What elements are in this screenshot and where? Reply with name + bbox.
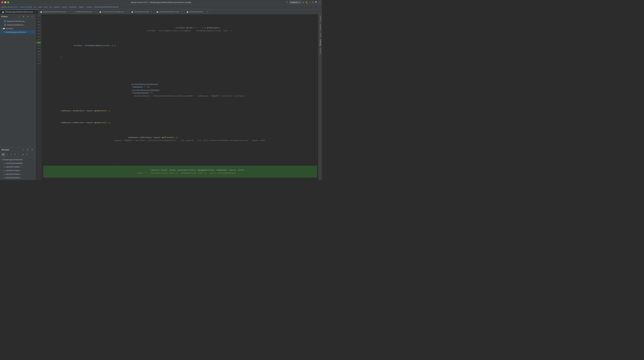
tab-close-icon[interactable]: ✕ [68,11,69,13]
tab-nearestconflict[interactable]: ☕ NearestConflictResolver.java ✕ [38,10,72,14]
java-file-icon: ☕ [99,11,101,13]
title-bar: apache-maven-3.6.3 – DefaultLegacyArtifa… [0,0,322,5]
tab-defaultlegacy[interactable]: ☕ DefaultLegacyArtifactCollector.java ✕ [0,10,38,14]
localhost-label: localhost [290,1,298,3]
structure-tool4[interactable]: P [13,153,17,156]
structure-settings[interactable]: ⚙ [30,148,34,152]
sidebar-settings-icon[interactable]: ⚙ [26,15,30,18]
java-file-icon: ☕ [2,11,4,13]
code-text-area[interactable]: + artifact.getId() + ": " + e.getMessage… [42,14,318,180]
sidebar-close-icon[interactable]: ✕ [30,15,34,18]
tab-close-icon[interactable]: ✕ [126,11,127,13]
sidebar-tree: 🔵 NewestConflictResolv... 🔵 OldestConfli… [0,19,35,147]
breadcrumb: apache-maven-3.6.3 › maven-compat › src … [0,5,322,9]
code-line-598: } [43,56,317,59]
code-line-604 [43,154,317,157]
structure-tool3[interactable]: ● [9,153,13,156]
project-sidebar: Project ≡ ⊞ ⚙ ✕ 🔵 NewestConflictResolv..… [0,14,36,180]
structure-item-checkscopeupdate[interactable]: m checkScopeUpdate(Re... [0,161,35,165]
sidebar-item-transform[interactable]: ▶ 📁 transform [0,27,35,30]
right-tab-maven[interactable]: Maven [319,32,322,38]
tab-defaultprojectbu[interactable]: ☕ DefaultProjectBu... ✕ [184,10,210,14]
tab-close-icon[interactable]: ✕ [151,11,152,13]
traffic-lights [1,1,9,3]
close-button[interactable] [1,1,3,3]
structure-tool6[interactable]: ■ [21,153,25,156]
structure-label: Structure [1,149,10,151]
more-tabs-icon[interactable]: ⋮ [318,12,322,14]
folder-icon: 📁 [3,28,5,30]
code-line-605: → recurse( result, child, resolvedArtifa… [43,166,317,178]
window-title: apache-maven-3.6.3 – DefaultLegacyArtifa… [131,1,191,3]
file-icon-selected: C [4,31,5,33]
java-file-icon: ☕ [131,11,133,13]
method-icon: m [3,173,5,175]
breadcrumb-item-module[interactable]: maven-compat [20,6,32,8]
structure-item-class[interactable]: ● DefaultLegacyArtifactColle... [0,158,35,161]
structure-btn1[interactable]: ≡ [22,148,25,152]
structure-btn2[interactable]: ⊞ [26,148,30,152]
line-numbers: 596 597 598 599 600 601 602 603 604 605 … [36,14,42,180]
right-panel-tabs: Translate Database Maven Structure Favor… [318,14,322,180]
tab-close-icon[interactable]: ✕ [181,11,182,13]
tab-defaultmaven[interactable]: ☕ DefaultMaven.java ✕ [129,10,154,14]
structure-item-collect2[interactable]: m collect(Set<Artifact>, ... [0,169,35,172]
run-icon[interactable]: ▶ [303,1,304,4]
structure-tool5[interactable]: f [17,153,21,156]
tab-defaultgraphbuilder[interactable]: ☕ DefaultGraphBuilder.java ✕ [154,10,184,14]
method-icon: m [3,162,5,164]
sidebar-action-btn[interactable]: ≡ [18,15,21,18]
search-icon[interactable]: 🔍 [315,1,318,4]
structure-more[interactable]: >> [25,153,29,156]
minimize-button[interactable] [4,1,6,3]
sidebar-item-oldest[interactable]: 🔵 OldestConflictResolv... [0,23,35,27]
sidebar-action-btn2[interactable]: ⊞ [22,15,25,18]
method-icon: m [3,177,5,179]
right-tab-database[interactable]: Database [319,23,322,32]
j-file-icon: J [74,11,74,13]
breadcrumb-main[interactable]: main [38,6,42,8]
tab-executionevent[interactable]: ☕ ExecutionEventLogger.java ✕ [97,10,129,14]
structure-tool1[interactable]: ⊞ [1,153,5,156]
code-line-603: subRequest.setProxies( request.getProxie… [43,133,317,145]
tab-conflictresolver[interactable]: J ConflictResolver.java ✕ [72,10,97,14]
sidebar-item-defaultlegacy[interactable]: C DefaultLegacyArtifactCol [0,30,35,34]
expand-arrow[interactable]: ▶ [1,28,2,29]
nav-back-icon[interactable]: ⬆ [286,1,288,4]
settings-icon[interactable]: ⚙ [312,1,314,4]
structure-item-collect1[interactable]: m collect(Set<Artifact>, ... [0,165,35,169]
more-icon[interactable]: ☰ [319,1,321,4]
breadcrumb-repository[interactable]: repository [69,6,77,8]
right-tab-translate[interactable]: Translate [319,15,322,23]
sidebar-item-newest[interactable]: 🔵 NewestConflictResolv... [0,20,35,23]
stop-icon[interactable]: ■ [310,1,311,4]
tab-close-icon[interactable]: ✕ [206,11,208,13]
tab-close-icon[interactable]: ✕ [35,11,36,13]
code-line-596: + artifact.getId() + ": " + e.getMessage… [43,23,317,35]
breadcrumb-legacy[interactable]: legacy [79,6,84,8]
sidebar-actions: ≡ ⊞ ⚙ ✕ [18,15,34,18]
maximize-button[interactable] [7,1,9,3]
breadcrumb-apache[interactable]: apache [54,6,60,8]
breadcrumb-maven[interactable]: maven [62,6,67,8]
sidebar-header: Project ≡ ⊞ ⚙ ✕ [0,14,35,19]
code-editor: 596 597 598 599 600 601 602 603 604 605 … [36,14,318,180]
right-tab-favorites[interactable]: Favorites [319,47,322,55]
breadcrumb-class[interactable]: DefaultLegacyArtifactCollector [94,6,119,8]
breadcrumb-org[interactable]: org [49,6,52,8]
breadcrumb-src[interactable]: src [34,6,36,8]
structure-tool2[interactable]: ≡ [5,153,9,156]
structure-toolbar: ⊞ ≡ ● P f ■ >> [0,152,35,157]
code-lines: 596 597 598 599 600 601 602 603 604 605 … [36,14,318,180]
structure-item-collect3[interactable]: m collect(Set<Artifact>, ... [0,172,35,176]
tab-close-icon[interactable]: ✕ [94,11,95,13]
structure-item-collect4[interactable]: m collect(Set<Artifact>, ... [0,176,35,180]
java-file-icon: ☕ [40,11,42,13]
breadcrumb-item-root[interactable]: apache-maven-3.6.3 [1,6,18,8]
code-line-601: subRequest.setServers( request.getServer… [43,109,317,112]
breadcrumb-resolver[interactable]: resolver [86,6,92,8]
dropdown-icon[interactable]: ▼ [298,1,300,4]
breadcrumb-java[interactable]: java [44,6,47,8]
debug-run-icon[interactable]: 🐛 [306,1,308,4]
right-tab-structure[interactable]: Structure [319,39,322,47]
